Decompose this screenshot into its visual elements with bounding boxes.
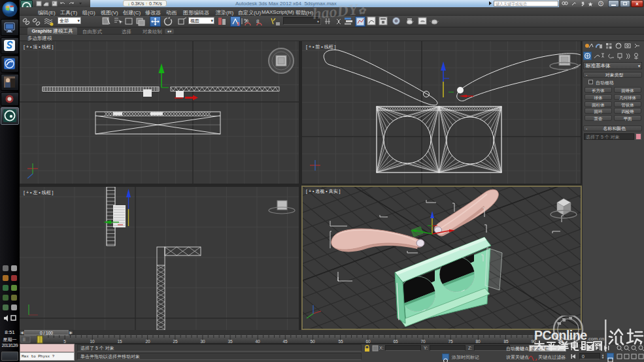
svg-text:35: 35	[228, 339, 233, 344]
svg-text:50: 50	[310, 339, 315, 344]
svg-text:20: 20	[145, 339, 150, 344]
svg-text:65: 65	[393, 339, 398, 344]
svg-text:25: 25	[173, 339, 178, 344]
svg-text:3: 3	[237, 22, 239, 26]
svg-text:☰: ☰	[22, 338, 25, 342]
svg-text:[ + • 透视 • 真实 ]: [ + • 透视 • 真实 ]	[306, 189, 341, 194]
svg-text:PConline: PConline	[534, 328, 587, 342]
svg-text:85: 85	[503, 339, 509, 344]
svg-text:60: 60	[365, 339, 371, 344]
svg-text:40: 40	[255, 339, 260, 344]
svg-text:[ + • 顶 • 线框 ]: [ + • 顶 • 线框 ]	[24, 44, 54, 50]
svg-text:10: 10	[90, 339, 95, 344]
svg-text:70: 70	[420, 339, 426, 344]
svg-text:55: 55	[338, 339, 343, 344]
svg-text:75: 75	[448, 339, 453, 344]
svg-text:[ + • 前 • 线框 ]: [ + • 前 • 线框 ]	[306, 44, 336, 50]
svg-text:5: 5	[63, 339, 66, 344]
svg-text:.com.cn: .com.cn	[587, 336, 604, 342]
svg-text:15: 15	[117, 339, 122, 344]
svg-text:30: 30	[200, 339, 205, 344]
svg-text:45: 45	[282, 339, 288, 344]
svg-text:80: 80	[475, 339, 481, 344]
svg-text:[ + • 左 • 线框 ]: [ + • 左 • 线框 ]	[24, 190, 54, 195]
